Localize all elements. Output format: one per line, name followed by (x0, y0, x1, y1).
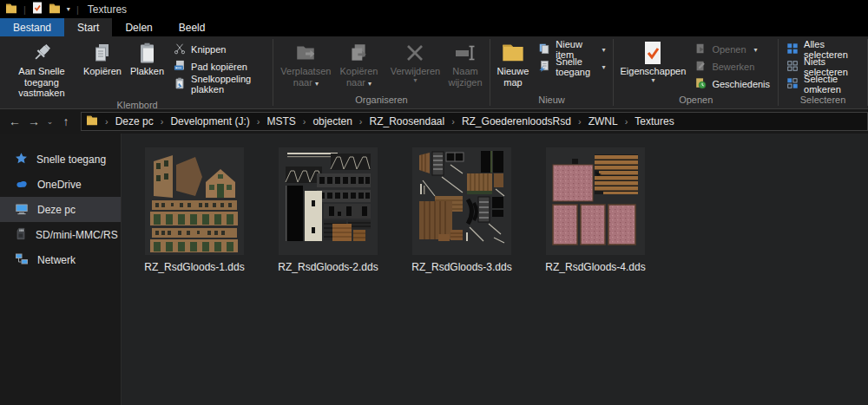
forward-arrow-icon[interactable]: → (24, 114, 43, 128)
address-field[interactable]: › Deze pc › Development (J:) › MSTS › ob… (81, 112, 868, 131)
sidebar-item-netwerk[interactable]: Netwerk (0, 247, 121, 272)
history-label: Geschiedenis (712, 79, 770, 89)
copy-to-icon (347, 40, 370, 66)
sidebar-item-label: SD/mini-MMC/RS (M (36, 229, 121, 241)
ribbon: Aan Snelle toegang vastmaken Kopiëren Pl… (0, 36, 868, 109)
open-button[interactable]: Openen ▾ (689, 41, 775, 58)
group-label-nieuw: Nieuw (490, 94, 614, 108)
paste-shortcut-button[interactable]: Snelkoppeling plakken (168, 75, 270, 93)
copy-icon (92, 40, 113, 66)
ribbon-group-selecteren: Alles selecteren Niets selecteren Select… (779, 36, 867, 108)
breadcrumb-rz-goederenloodsrsd[interactable]: RZ_GoederenloodsRsd (460, 115, 573, 127)
file-name[interactable]: RZ_RsdGloods-2.dds (278, 261, 378, 273)
group-label-openen: Openen (614, 94, 778, 108)
select-all-button[interactable]: Alles selecteren (781, 41, 865, 58)
file-item[interactable]: RZ_RsdGloods-2.dds (279, 147, 378, 273)
copy-to-chevron-icon: ▾ (368, 80, 372, 88)
new-item-button[interactable]: Nieuw item ▾ (533, 41, 610, 58)
file-item[interactable]: RZ_RsdGloods-3.dds (412, 147, 511, 273)
up-arrow-icon[interactable]: ↑ (56, 114, 76, 128)
group-label-organiseren: Organiseren (273, 94, 489, 108)
file-name[interactable]: RZ_RsdGloods-1.dds (144, 261, 244, 273)
tab-beeld[interactable]: Beeld (166, 18, 219, 36)
qat-properties-icon[interactable] (32, 2, 43, 17)
copy-path-label: Pad kopiëren (191, 62, 247, 72)
sidebar-item-sd-card[interactable]: SD/mini-MMC/RS (M (0, 222, 121, 247)
copy-path-button[interactable]: Pad kopiëren (168, 58, 270, 75)
computer-icon (15, 202, 29, 218)
properties-chevron-icon: ▾ (651, 77, 654, 84)
paste-label: Plakken (130, 66, 164, 77)
group-label-selecteren: Selecteren (779, 94, 867, 108)
file-thumbnail-rz-rsdgloods-1[interactable] (145, 147, 244, 255)
rename-button[interactable]: Naamwijzigen (444, 37, 486, 88)
breadcrumb-development[interactable]: Development (J:) (168, 115, 251, 127)
recent-locations-chevron-icon[interactable]: ⌄ (43, 117, 56, 126)
quick-access-button[interactable]: Snelle toegang ▾ (533, 58, 610, 75)
paste-button[interactable]: Plakken (126, 37, 168, 77)
qat-separator: | (23, 4, 26, 15)
breadcrumb-rz-roosendaal[interactable]: RZ_Roosendaal (367, 115, 446, 127)
address-bar: ← → ⌄ ↑ › Deze pc › Development (J:) › M… (0, 109, 868, 134)
address-folder-icon (86, 114, 98, 129)
breadcrumb-objecten[interactable]: objecten (311, 115, 353, 127)
file-thumbnail-rz-rsdgloods-2[interactable] (279, 147, 378, 255)
file-name[interactable]: RZ_RsdGloods-4.dds (545, 261, 645, 273)
cut-label: Knippen (191, 44, 226, 55)
quick-access-icon (538, 60, 550, 74)
breadcrumb-zwnl[interactable]: ZWNL (587, 115, 620, 127)
move-to-button[interactable]: Verplaatsennaar▾ (276, 37, 335, 89)
copy-label: Kopiëren (83, 66, 122, 77)
pin-icon (30, 40, 53, 66)
file-item[interactable]: RZ_RsdGloods-4.dds (546, 147, 645, 273)
tab-bestand[interactable]: Bestand (0, 18, 64, 36)
sidebar-item-onedrive[interactable]: OneDrive (0, 172, 121, 197)
new-item-chevron-icon: ▾ (602, 46, 605, 54)
invert-selection-button[interactable]: Selectie omkeren (781, 75, 865, 93)
history-button[interactable]: Geschiedenis (689, 75, 775, 93)
properties-label: Eigenschappen (620, 66, 686, 77)
qat-customize-chevron-icon[interactable]: ▾ (67, 5, 70, 13)
copy-to-button[interactable]: Kopiërennaar▾ (335, 37, 382, 89)
qat-new-folder-icon[interactable] (49, 2, 61, 17)
invert-selection-label: Selectie omkeren (804, 74, 859, 95)
star-icon (15, 152, 28, 167)
new-item-icon (538, 42, 550, 56)
file-item[interactable]: RZ_RsdGloods-1.dds (145, 147, 244, 273)
file-thumbnail-rz-rsdgloods-4[interactable] (546, 147, 645, 255)
copy-button[interactable]: Kopiëren (79, 37, 126, 77)
cut-button[interactable]: Knippen (168, 41, 270, 58)
breadcrumb-deze-pc[interactable]: Deze pc (114, 115, 155, 127)
properties-button[interactable]: Eigenschappen ▾ (616, 37, 689, 84)
group-label-klembord: Klembord (2, 99, 273, 112)
pin-to-quick-access-button[interactable]: Aan Snelle toegang vastmaken (4, 37, 79, 99)
tab-start[interactable]: Start (64, 18, 112, 36)
breadcrumb-msts[interactable]: MSTS (265, 115, 297, 127)
delete-button[interactable]: Verwijderen ▾ (386, 37, 444, 84)
copy-path-icon (174, 60, 186, 74)
cloud-icon (15, 177, 29, 192)
ribbon-group-openen: Eigenschappen ▾ Openen ▾ Bewerken Geschi… (614, 36, 778, 108)
select-all-icon (786, 42, 799, 56)
new-folder-button[interactable]: Nieuwemap (493, 37, 534, 88)
rename-label: Naam (452, 66, 477, 76)
back-arrow-icon[interactable]: ← (5, 114, 24, 128)
open-icon (694, 42, 707, 56)
tab-delen[interactable]: Delen (112, 18, 165, 36)
move-to-icon (294, 40, 317, 66)
quick-access-chevron-icon: ▾ (602, 63, 605, 71)
select-none-button[interactable]: Niets selecteren (781, 58, 865, 75)
sidebar-item-label: Netwerk (37, 254, 76, 266)
sidebar-item-deze-pc[interactable]: Deze pc (0, 197, 121, 222)
move-to-chevron-icon: ▾ (315, 80, 319, 88)
new-folder-icon (501, 40, 525, 66)
sidebar-item-snelle-toegang[interactable]: Snelle toegang (0, 147, 121, 172)
paste-shortcut-label: Snelkoppeling plakken (191, 74, 265, 95)
file-name[interactable]: RZ_RsdGloods-3.dds (411, 261, 511, 273)
file-thumbnail-rz-rsdgloods-3[interactable] (412, 147, 511, 255)
sidebar-item-label: Deze pc (37, 204, 76, 216)
edit-button[interactable]: Bewerken (689, 58, 775, 75)
new-folder-label: Nieuwe (497, 66, 529, 76)
breadcrumb-textures[interactable]: Textures (633, 115, 675, 127)
ribbon-tab-row: Bestand Start Delen Beeld (0, 18, 868, 36)
